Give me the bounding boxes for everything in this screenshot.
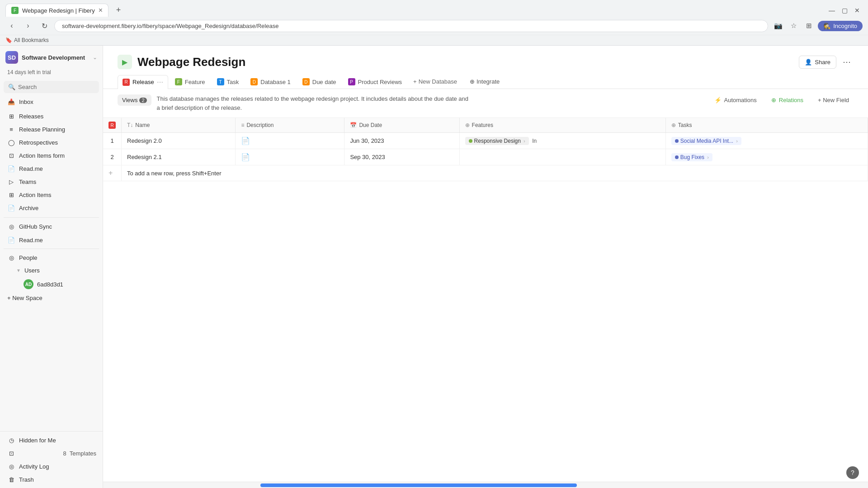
automations-button[interactable]: ⚡ Automations — [710, 94, 761, 106]
browser-tab[interactable]: F Webpage Redesign | Fibery × — [5, 4, 108, 17]
sidebar-item-inbox[interactable]: 📥 Inbox — [2, 95, 101, 108]
tab-product-reviews[interactable]: P Product Reviews — [343, 75, 407, 89]
add-row-plus-icon[interactable]: + — [108, 169, 113, 177]
share-button[interactable]: 👤 Share — [799, 56, 836, 69]
sidebar-item-release-planning[interactable]: ≡ Release Planning — [2, 123, 101, 136]
trash-label: Trash — [19, 476, 96, 483]
maximize-button[interactable]: ▢ — [839, 5, 850, 16]
minimize-button[interactable]: — — [826, 5, 837, 16]
hidden-label: Hidden for Me — [19, 437, 96, 444]
sidebar-item-github-readme[interactable]: 📄 Read.me — [2, 234, 101, 246]
page-title: Webpage Redesign — [137, 55, 793, 69]
add-row-btn-cell[interactable]: + — [103, 165, 122, 181]
col-header-description[interactable]: ≡ Description — [236, 118, 344, 133]
relations-button[interactable]: ⊕ Relations — [767, 94, 808, 106]
bookmarks-bar: 🔖 All Bookmarks — [0, 35, 868, 45]
search-item[interactable]: 🔍 Search — [4, 81, 99, 93]
sidebar-toggle-icon[interactable]: ⊞ — [802, 19, 815, 32]
add-row-placeholder[interactable]: To add a new row, press Shift+Enter — [122, 165, 868, 181]
people-icon: ◎ — [7, 253, 15, 262]
feature-tag-label: Responsive Design — [474, 138, 521, 144]
row-features-2[interactable] — [459, 149, 665, 165]
feature-tag[interactable]: Responsive Design › — [465, 137, 529, 145]
tab-release[interactable]: R Release ⋯ — [118, 75, 168, 89]
sidebar-item-people[interactable]: ◎ People — [2, 251, 101, 264]
sidebar-item-archive[interactable]: 📄 Archive — [2, 202, 101, 214]
new-field-button[interactable]: + New Field — [813, 94, 854, 106]
row-desc-2[interactable]: 📄 — [236, 149, 344, 165]
action-items-form-icon: ⊡ — [7, 151, 15, 160]
row-duedate-2[interactable]: Sep 30, 2023 — [344, 149, 459, 165]
add-database-button[interactable]: + New Database — [409, 75, 462, 88]
row-features-1[interactable]: Responsive Design › In — [459, 133, 665, 149]
bookmark-icon[interactable]: ☆ — [787, 19, 800, 32]
close-button[interactable]: ✕ — [852, 5, 863, 16]
table-row[interactable]: 1 Redesign 2.0 📄 Jun 30, 2023 Responsive… — [103, 133, 868, 149]
sidebar-item-action-items-form[interactable]: ⊡ Action Items form — [2, 149, 101, 162]
task-tag-2[interactable]: Bug Fixes › — [671, 153, 712, 161]
back-button[interactable]: ‹ — [5, 19, 18, 32]
sidebar-item-user-id[interactable]: AD 6ad8d3d1 — [2, 277, 101, 291]
window-controls: — ▢ ✕ — [826, 5, 863, 16]
sidebar-item-hidden[interactable]: ◷ Hidden for Me — [2, 434, 101, 446]
row-duedate-1[interactable]: Jun 30, 2023 — [344, 133, 459, 149]
sidebar-item-action-items[interactable]: ⊞ Action Items — [2, 188, 101, 201]
camera-off-icon[interactable]: 📷 — [772, 19, 784, 32]
help-button[interactable]: ? — [846, 466, 859, 479]
col-header-features[interactable]: ⊕ Features — [459, 118, 665, 133]
task-tag[interactable]: Social Media API Int... › — [671, 137, 741, 145]
row-num-2: 2 — [103, 149, 122, 165]
row-tasks-1[interactable]: Social Media API Int... › — [665, 133, 868, 149]
tab-task[interactable]: T Task — [212, 75, 244, 89]
horizontal-scrollbar[interactable] — [103, 482, 868, 488]
reload-button[interactable]: ↻ — [38, 19, 51, 32]
address-bar[interactable]: software-development.fibery.io/fibery/sp… — [54, 20, 768, 32]
database1-tab-icon: D — [250, 78, 258, 85]
row-name-1[interactable]: Redesign 2.0 — [122, 133, 236, 149]
integrate-button[interactable]: ⊕ Integrate — [465, 75, 504, 88]
incognito-button[interactable]: 🕵 Incognito — [818, 21, 863, 31]
table-container: R T↓ Name ≡ Description — [103, 118, 868, 482]
new-tab-button[interactable]: + — [112, 4, 125, 17]
row-desc-1[interactable]: 📄 — [236, 133, 344, 149]
templates-count: 8 Templates — [63, 450, 96, 457]
col-header-name[interactable]: T↓ Name — [122, 118, 236, 133]
tab-duedate[interactable]: D Due date — [297, 75, 341, 89]
sidebar-item-templates[interactable]: ⊡ 8 Templates — [2, 447, 101, 460]
release-planning-icon: ≡ — [7, 125, 15, 133]
table-row[interactable]: 2 Redesign 2.1 📄 Sep 30, 2023 Bug Fixes … — [103, 149, 868, 165]
sidebar-item-readme[interactable]: 📄 Read.me — [2, 162, 101, 175]
tab-bar: R Release ⋯ F Feature T Task D Database … — [103, 69, 868, 89]
sidebar-item-teams[interactable]: ▷ Teams — [2, 175, 101, 188]
more-options-button[interactable]: ⋯ — [840, 55, 854, 69]
sidebar-item-new-space[interactable]: + New Space — [2, 292, 101, 304]
trial-banner: 14 days left in trial — [4, 67, 99, 77]
col-header-duedate[interactable]: 📅 Due Date — [344, 118, 459, 133]
release-planning-label: Release Planning — [19, 126, 96, 133]
tab-database1[interactable]: D Database 1 — [245, 75, 296, 89]
duedate-col-type-icon: 📅 — [350, 122, 357, 128]
desc-col-label: Description — [246, 122, 274, 128]
sidebar: SD Software Development ⌄ 14 days left i… — [0, 46, 103, 488]
add-row[interactable]: + To add a new row, press Shift+Enter — [103, 165, 868, 181]
action-items-label: Action Items — [19, 192, 96, 198]
row-tasks-2[interactable]: Bug Fixes › — [665, 149, 868, 165]
tab-feature[interactable]: F Feature — [170, 75, 210, 89]
tab-close-button[interactable]: × — [99, 7, 103, 14]
scrollbar-thumb[interactable] — [260, 483, 577, 487]
sidebar-item-users[interactable]: ▼ Users — [2, 265, 101, 276]
forward-button[interactable]: › — [22, 19, 34, 32]
search-label: Search — [18, 84, 37, 90]
workspace-header[interactable]: SD Software Development ⌄ — [0, 46, 103, 67]
sidebar-item-activity-log[interactable]: ◎ Activity Log — [2, 460, 101, 473]
tab-release-options[interactable]: ⋯ — [157, 79, 163, 86]
sidebar-item-trash[interactable]: 🗑 Trash — [2, 473, 101, 486]
col-header-tasks[interactable]: ⊕ Tasks — [665, 118, 868, 133]
views-button[interactable]: Views 2 — [118, 94, 151, 106]
feature-chevron-icon: › — [524, 138, 525, 144]
row-name-2[interactable]: Redesign 2.1 — [122, 149, 236, 165]
sidebar-item-github-sync[interactable]: ◎ GitHub Sync — [2, 220, 101, 233]
features-col-type-icon: ⊕ — [465, 122, 470, 128]
sidebar-item-retrospectives[interactable]: ◯ Retrospectives — [2, 136, 101, 149]
sidebar-item-releases[interactable]: ⊞ Releases — [2, 110, 101, 122]
